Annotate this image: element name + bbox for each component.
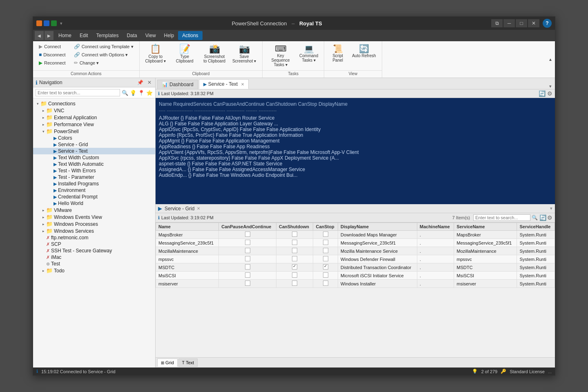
menu-actions[interactable]: Actions	[178, 31, 202, 40]
cell-stop[interactable]	[313, 263, 338, 272]
checkbox[interactable]	[245, 232, 250, 237]
checkbox[interactable]	[245, 248, 250, 253]
cell-pause[interactable]	[219, 247, 276, 255]
tree-item-text-width-auto[interactable]: ▶ Text Width Automatic	[33, 161, 155, 167]
grid-collapse-button[interactable]: ▾	[550, 206, 552, 211]
checkbox[interactable]	[292, 232, 297, 237]
tree-item-test-param[interactable]: ▶ Test - Parameter	[33, 174, 155, 180]
type-clipboard-button[interactable]: 📝 Type Clipboard	[170, 43, 199, 65]
auto-refresh-button[interactable]: 🔄 Auto Refresh	[350, 43, 378, 60]
copy-clipboard-button[interactable]: 📋 Copy toClipboard ▾	[143, 43, 169, 65]
cell-stop[interactable]	[313, 247, 338, 255]
grid-refresh-button[interactable]: 🔄	[539, 214, 546, 221]
checkbox[interactable]	[245, 264, 250, 270]
grid-search-input[interactable]	[473, 214, 530, 221]
reconnect-button[interactable]: ▶ Reconnect	[36, 59, 68, 67]
tab-dashboard[interactable]: 📊 Dashboard	[157, 80, 198, 89]
command-tasks-button[interactable]: 💻 CommandTasks ▾	[297, 43, 321, 64]
menu-edit[interactable]: Edit	[76, 31, 92, 40]
tree-item-colors[interactable]: ▶ Colors	[33, 135, 155, 141]
checkbox[interactable]	[245, 240, 250, 245]
tree-item-external[interactable]: ▸ 📁 External Application	[33, 114, 155, 121]
checkbox[interactable]	[245, 272, 250, 278]
close-button[interactable]: ✕	[528, 19, 539, 27]
checkbox[interactable]	[292, 256, 297, 261]
cell-stop[interactable]	[313, 272, 338, 280]
checkbox[interactable]	[292, 248, 297, 253]
key-sequence-button[interactable]: ⌨ Key SequenceTasks ▾	[266, 43, 295, 69]
disconnect-button[interactable]: ■ Disconnect	[36, 51, 68, 58]
tree-item-ftp[interactable]: ✗ ftp.netmonic.com	[33, 234, 155, 241]
checkbox[interactable]	[292, 272, 297, 278]
menu-view[interactable]: View	[141, 31, 160, 40]
checkbox[interactable]	[292, 240, 297, 245]
checkbox[interactable]	[245, 256, 250, 261]
cell-shutdown[interactable]	[276, 263, 313, 272]
terminal-refresh-button[interactable]: 🔄	[539, 90, 546, 97]
status-more-button[interactable]: ...	[548, 369, 552, 374]
maximize-button[interactable]: □	[516, 19, 527, 27]
cell-stop[interactable]	[313, 280, 338, 288]
cell-pause[interactable]	[219, 280, 276, 288]
tree-item-powershell[interactable]: ▾ 📁 PowerShell	[33, 128, 155, 135]
tree-item-vmware[interactable]: ▸ 📁 VMware	[33, 207, 155, 214]
menu-home[interactable]: Home	[54, 31, 76, 40]
change-button[interactable]: ✏ Change ▾	[71, 59, 136, 67]
bulb-icon[interactable]: 💡	[130, 90, 136, 96]
save-screenshot-button[interactable]: 📷 Save Screenshot ▾	[229, 43, 259, 65]
tree-item-todo[interactable]: ▸ 📁 Todo	[33, 267, 155, 274]
nav-back-button[interactable]: ◀	[35, 31, 44, 40]
tree-item-vnc[interactable]: ▸ 📁 VNC	[33, 107, 155, 114]
checkbox[interactable]	[323, 281, 328, 286]
pin-icon[interactable]: 📍	[138, 90, 145, 96]
tab-service-text-close[interactable]: ✕	[241, 82, 244, 87]
tree-item-perf[interactable]: ▸ 📁 Performance View	[33, 121, 155, 128]
menu-help[interactable]: Help	[160, 31, 178, 40]
checkbox-checked[interactable]	[292, 264, 297, 270]
screenshot-clipboard-button[interactable]: 📸 Screenshotto Clipboard	[201, 43, 228, 65]
checkbox-checked[interactable]	[323, 264, 328, 270]
tree-item-ssh[interactable]: ✗ SSH Test - Secure Gateway	[33, 247, 155, 254]
tree-item-hello-world[interactable]: ▶ Hello World	[33, 200, 155, 207]
tree-item-win-services[interactable]: ▸ 📁 Windows Services	[33, 227, 155, 234]
nav-close-button[interactable]: ✕	[146, 79, 153, 86]
tree-item-service-text[interactable]: ▶ Service - Text	[33, 148, 155, 154]
bottom-tab-grid[interactable]: ⊞ Grid	[157, 359, 178, 367]
cell-shutdown[interactable]	[276, 255, 313, 263]
checkbox[interactable]	[323, 240, 328, 245]
nav-forward-button[interactable]: ▶	[45, 31, 53, 40]
cell-pause[interactable]	[219, 272, 276, 280]
menu-templates[interactable]: Templates	[92, 31, 123, 40]
tree-item-test-errors[interactable]: ▶ Test - With Errors	[33, 167, 155, 174]
nav-search-input[interactable]	[36, 89, 120, 96]
tree-item-win-events[interactable]: ▸ 📁 Windows Events View	[33, 214, 155, 220]
tree-item-connections[interactable]: ▾ 📁 Connections	[33, 100, 155, 107]
cell-pause[interactable]	[219, 255, 276, 263]
minimize-button[interactable]: ─	[503, 19, 515, 27]
bottom-tab-text[interactable]: T Text	[178, 359, 198, 367]
tree-item-scp[interactable]: ✗ SCP	[33, 241, 155, 247]
search-icon[interactable]: 🔍	[122, 90, 128, 96]
grid-settings-button[interactable]: ⚙	[547, 214, 552, 221]
help-button[interactable]: ?	[543, 19, 552, 28]
connect-options-button[interactable]: 🔗 Connect with Options ▾	[71, 51, 136, 58]
tree-item-win-proc[interactable]: ▸ 📁 Windows Processes	[33, 220, 155, 227]
checkbox[interactable]	[323, 232, 328, 237]
checkbox[interactable]	[323, 272, 328, 278]
grid-search-icon[interactable]: 🔍	[532, 215, 538, 220]
cell-shutdown[interactable]	[276, 247, 313, 255]
menu-data[interactable]: Data	[122, 31, 141, 40]
connect-button[interactable]: ▶ Connect	[36, 43, 68, 50]
terminal-panel[interactable]: Name RequiredServices CanPauseAndContinu…	[156, 98, 555, 204]
tree-item-credential[interactable]: ▶ Credential Prompt	[33, 194, 155, 200]
cell-shutdown[interactable]	[276, 272, 313, 280]
checkbox[interactable]	[245, 281, 250, 286]
nav-pin-button[interactable]: 📌	[136, 79, 145, 86]
connect-template-button[interactable]: 🔗 Connect using Template ▾	[71, 43, 136, 50]
checkbox[interactable]	[323, 248, 328, 253]
grid-tab-close-button[interactable]: ✕	[197, 206, 200, 211]
cell-pause[interactable]	[219, 231, 276, 239]
checkbox[interactable]	[292, 281, 297, 286]
ribbon-collapse-button[interactable]: ▲	[548, 41, 555, 78]
cell-stop[interactable]	[313, 239, 338, 247]
